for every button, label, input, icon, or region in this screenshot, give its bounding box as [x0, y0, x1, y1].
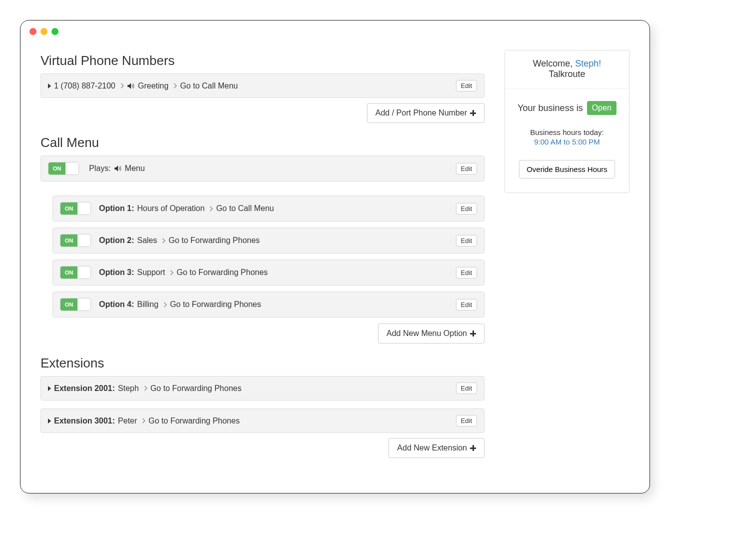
- window-minimize-icon[interactable]: [40, 28, 48, 35]
- sidebar: Welcome, Steph! Talkroute Your business …: [504, 50, 630, 193]
- virtual-number-row[interactable]: 1 (708) 887-2100 Greeting Go to Call Men…: [40, 74, 484, 98]
- plus-icon: [470, 110, 476, 116]
- call-menu-option-row: ON Option 2: Sales Go to Forwarding Phon…: [52, 228, 484, 254]
- add-menu-option-label: Add New Menu Option: [386, 329, 467, 338]
- option-flow: Option 3: Support Go to Forwarding Phone…: [99, 268, 453, 277]
- toggle-knob: [78, 202, 90, 214]
- call-menu-option-row: ON Option 1: Hours of Operation Go to Ca…: [52, 196, 484, 222]
- plays-label: Plays:: [89, 164, 111, 173]
- option-dest: Go to Forwarding Phones: [176, 268, 268, 277]
- toggle-knob: [78, 266, 90, 278]
- chevron-right-icon: [208, 206, 213, 211]
- chevron-right-icon: [118, 84, 124, 88]
- toggle-on-label: ON: [48, 162, 66, 174]
- plus-icon: [470, 445, 476, 451]
- extension-dest: Go to Forwarding Phones: [150, 384, 242, 393]
- add-phone-number-label: Add / Port Phone Number: [376, 108, 467, 118]
- extension-name: Steph: [118, 384, 139, 393]
- option-flow: Option 2: Sales Go to Forwarding Phones: [99, 236, 453, 245]
- toggle-on-label: ON: [60, 202, 78, 214]
- chevron-right-icon: [160, 238, 166, 243]
- plus-icon: [470, 330, 476, 336]
- extension-label: Extension 2001:: [54, 384, 115, 393]
- caret-right-icon: [48, 418, 51, 424]
- call-menu-option-row: ON Option 4: Billing Go to Forwarding Ph…: [52, 292, 484, 318]
- company-name: Talkroute: [512, 69, 622, 80]
- option-toggle[interactable]: ON: [60, 298, 91, 311]
- option-name: Billing: [137, 300, 158, 309]
- extension-dest: Go to Forwarding Phones: [148, 416, 240, 426]
- add-phone-number-button[interactable]: Add / Port Phone Number: [367, 103, 484, 123]
- option-dest: Go to Forwarding Phones: [168, 236, 260, 245]
- phone-number-text: 1 (708) 887-2100: [54, 82, 116, 90]
- chevron-right-icon: [172, 84, 177, 88]
- call-menu-heading: Call Menu: [40, 135, 484, 150]
- business-hours-link[interactable]: 9:00 AM to 5:00 PM: [512, 138, 622, 146]
- business-status-line: Your business is Open: [512, 101, 622, 115]
- main-column: Virtual Phone Numbers 1 (708) 887-2100 G…: [40, 50, 484, 458]
- extension-flow: Extension 3001: Peter Go to Forwarding P…: [48, 416, 453, 426]
- override-business-hours-button[interactable]: Overide Business Hours: [519, 160, 615, 178]
- add-menu-option-button[interactable]: Add New Menu Option: [378, 324, 484, 344]
- option-number-label: Option 3:: [99, 268, 134, 277]
- call-menu-option-row: ON Option 3: Support Go to Forwarding Ph…: [52, 260, 484, 286]
- speaker-icon: [127, 82, 135, 90]
- call-menu-options: ON Option 1: Hours of Operation Go to Ca…: [40, 196, 484, 318]
- extension-row[interactable]: Extension 2001: Steph Go to Forwarding P…: [40, 376, 484, 400]
- window-titlebar: [20, 20, 650, 35]
- edit-button[interactable]: Edit: [456, 235, 477, 246]
- edit-button[interactable]: Edit: [456, 415, 477, 426]
- open-status-badge: Open: [587, 101, 616, 115]
- greeting-label: Greeting: [138, 82, 168, 90]
- window-maximize-icon[interactable]: [52, 28, 58, 35]
- option-dest: Go to Call Menu: [216, 204, 274, 213]
- extension-row[interactable]: Extension 3001: Peter Go to Forwarding P…: [40, 408, 484, 433]
- welcome-header: Welcome, Steph! Talkroute: [505, 50, 629, 89]
- app-window: Virtual Phone Numbers 1 (708) 887-2100 G…: [20, 20, 650, 494]
- option-name: Sales: [137, 236, 157, 245]
- toggle-knob: [78, 298, 90, 310]
- business-hours-label: Business hours today:: [512, 128, 622, 136]
- virtual-number-flow: 1 (708) 887-2100 Greeting Go to Call Men…: [48, 82, 453, 90]
- option-flow: Option 1: Hours of Operation Go to Call …: [99, 204, 453, 213]
- toggle-knob: [66, 162, 78, 174]
- option-toggle[interactable]: ON: [60, 234, 91, 247]
- business-status-prefix: Your business is: [518, 103, 582, 114]
- chevron-right-icon: [140, 418, 146, 424]
- option-toggle[interactable]: ON: [60, 266, 91, 279]
- call-menu-toggle[interactable]: ON: [48, 162, 79, 175]
- extension-flow: Extension 2001: Steph Go to Forwarding P…: [48, 384, 453, 393]
- add-extension-button[interactable]: Add New Extension: [388, 438, 484, 458]
- caret-right-icon: [48, 386, 51, 391]
- edit-button[interactable]: Edit: [456, 267, 477, 278]
- option-number-label: Option 4:: [99, 300, 134, 309]
- option-flow: Option 4: Billing Go to Forwarding Phone…: [99, 300, 453, 309]
- chevron-right-icon: [142, 386, 147, 391]
- toggle-on-label: ON: [60, 298, 78, 310]
- call-menu-main-row: ON Plays: Menu Edit: [40, 156, 484, 182]
- welcome-prefix: Welcome,: [533, 58, 576, 68]
- option-toggle[interactable]: ON: [60, 202, 91, 215]
- edit-button[interactable]: Edit: [456, 382, 477, 394]
- edit-button[interactable]: Edit: [456, 80, 477, 92]
- content-area: Virtual Phone Numbers 1 (708) 887-2100 G…: [20, 35, 650, 493]
- option-name: Hours of Operation: [137, 204, 204, 213]
- edit-button[interactable]: Edit: [456, 163, 477, 174]
- toggle-knob: [78, 234, 90, 246]
- add-extension-label: Add New Extension: [397, 444, 467, 452]
- option-dest: Go to Forwarding Phones: [170, 300, 261, 309]
- edit-button[interactable]: Edit: [456, 299, 477, 310]
- option-number-label: Option 1:: [99, 204, 134, 213]
- window-close-icon[interactable]: [30, 28, 36, 35]
- destination-label: Go to Call Menu: [180, 82, 238, 90]
- virtual-numbers-heading: Virtual Phone Numbers: [40, 53, 484, 68]
- welcome-body: Your business is Open Business hours tod…: [505, 89, 629, 192]
- welcome-card: Welcome, Steph! Talkroute Your business …: [504, 50, 630, 193]
- speaker-icon: [114, 165, 122, 172]
- option-name: Support: [137, 268, 165, 277]
- toggle-on-label: ON: [60, 266, 78, 278]
- welcome-user[interactable]: Steph!: [575, 58, 601, 68]
- edit-button[interactable]: Edit: [456, 203, 477, 214]
- chevron-right-icon: [168, 270, 174, 275]
- caret-right-icon: [48, 84, 51, 88]
